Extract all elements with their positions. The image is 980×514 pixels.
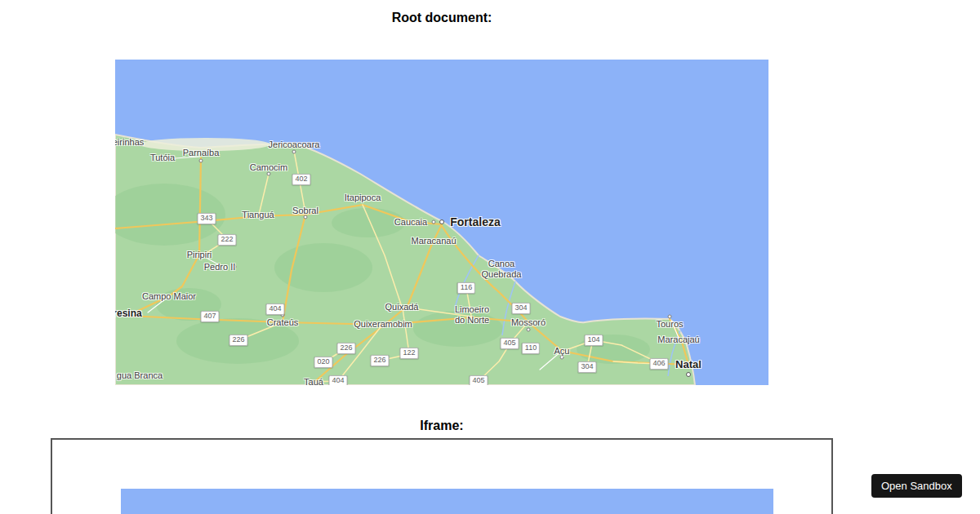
map-city-label: Mossoró xyxy=(511,317,546,328)
road-shield-badge: 104 xyxy=(584,335,603,346)
map-city-label: resina xyxy=(115,308,142,320)
road-shield-badge: 405 xyxy=(500,338,519,349)
map-city-label: gua Branca xyxy=(117,370,163,381)
road-shield-badge: 407 xyxy=(200,311,219,322)
root-map[interactable]: eirinhasTutóiaParnaíbaJericoacoaraCamoci… xyxy=(115,60,768,385)
road-shield-badge: 406 xyxy=(649,358,668,370)
page: Root document: xyxy=(0,0,980,514)
map-city-label: Parnaíba xyxy=(183,148,220,158)
road-shield-badge: 404 xyxy=(265,304,284,315)
map-city-label: Quixadá xyxy=(385,302,419,312)
map-city-label: Piripiri xyxy=(187,250,212,260)
road-shield-badge: 405 xyxy=(469,375,488,385)
road-shield-badge: 226 xyxy=(229,335,247,346)
map-city-label: Tutóia xyxy=(150,153,175,163)
city-marker-dot xyxy=(686,372,691,377)
road-shield-badge: 343 xyxy=(197,213,216,224)
iframe-map[interactable] xyxy=(121,489,773,514)
road-shield-badge: 116 xyxy=(457,282,475,294)
road-shield-badge: 020 xyxy=(314,357,332,368)
road-shield-badge: 222 xyxy=(217,234,236,246)
map-city-label: Fortaleza xyxy=(450,215,500,228)
road-shield-badge: 226 xyxy=(336,343,355,354)
iframe-container xyxy=(51,438,833,514)
road-shield-badge: 402 xyxy=(292,174,310,185)
map-city-label: Itapipoca xyxy=(345,193,381,203)
road-shield-badge: 122 xyxy=(399,348,418,359)
map-city-label: Crateús xyxy=(267,317,299,328)
map-city-label: Sobral xyxy=(292,206,318,216)
city-marker-dot xyxy=(432,220,436,224)
map-city-label: Quixeramobim xyxy=(354,319,412,330)
city-marker-dot xyxy=(199,159,203,163)
map-city-label: Natal xyxy=(675,359,702,371)
map-city-label: Jericoacoara xyxy=(269,140,320,150)
road-shield-badge: 404 xyxy=(328,375,347,385)
map-labels-layer: eirinhasTutóiaParnaíbaJericoacoaraCamoci… xyxy=(115,60,768,385)
city-marker-dot xyxy=(439,219,444,224)
map-city-label: Açu xyxy=(555,346,570,357)
map-city-label: Touros xyxy=(656,319,683,330)
map-city-label: Caucaia xyxy=(394,217,427,228)
road-shield-badge: 304 xyxy=(577,361,596,373)
map-city-label: Tauá xyxy=(304,377,323,385)
map-city-label: Canoa Quebrada xyxy=(482,259,522,279)
road-shield-badge: 304 xyxy=(511,303,530,314)
open-sandbox-button[interactable]: Open Sandbox xyxy=(871,474,962,498)
city-marker-dot xyxy=(527,328,531,332)
city-marker-dot xyxy=(292,150,296,154)
root-document-heading: Root document: xyxy=(0,11,884,25)
map-city-label: Camocim xyxy=(250,162,287,173)
map-city-label: Maracanaú xyxy=(411,236,456,246)
road-shield-badge: 226 xyxy=(370,355,389,366)
iframe-heading: Iframe: xyxy=(0,419,884,433)
map-city-label: Limoeiro do Norte xyxy=(455,304,489,325)
map-city-label: Tianguá xyxy=(242,210,274,220)
map-city-label: Maracajaú xyxy=(657,335,699,345)
map-city-label: eirinhas xyxy=(115,137,144,148)
map-city-label: Campo Maior xyxy=(142,291,196,302)
map-city-label: Pedro II xyxy=(204,262,236,273)
road-shield-badge: 110 xyxy=(522,343,540,354)
